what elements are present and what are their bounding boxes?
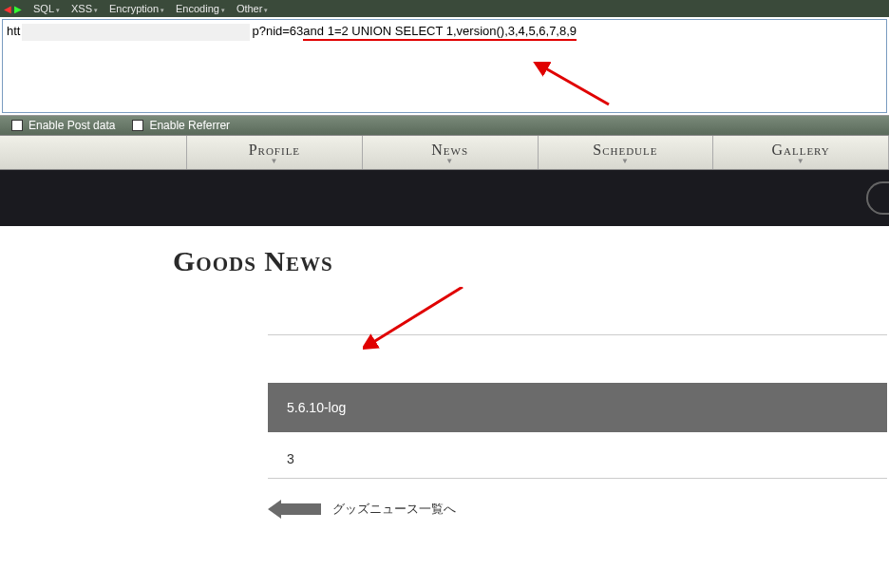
url-redacted: xxxxxxxxxxxxxxxxxxx	[22, 24, 250, 41]
forward-arrow-icon[interactable]: ▶	[14, 4, 22, 14]
hackbar-toolbar: ◀ ▶ SQL XSS Encryption Encoding Other	[0, 0, 889, 17]
url-suffix: p?nid=63	[252, 24, 303, 41]
nav-arrows: ◀ ▶	[4, 4, 22, 14]
options-bar: Enable Post data Enable Referrer	[0, 116, 889, 135]
separator	[268, 334, 887, 335]
tab-label: Gallery	[771, 142, 829, 159]
nav-spacer	[0, 136, 187, 169]
enable-referrer-label: Enable Referrer	[149, 119, 230, 132]
menu-xss[interactable]: XSS	[71, 3, 98, 14]
tab-label: News	[431, 142, 468, 159]
url-injection: and 1=2 UNION SELECT 1,version(),3,4,5,6…	[303, 24, 577, 41]
tab-label: Profile	[249, 142, 300, 159]
back-link-label: グッズニュース一覧へ	[332, 501, 456, 518]
site-nav: Profile ▼ News ▼ Schedule ▼ Gallery ▼	[0, 135, 889, 170]
url-input[interactable]: htt xxxxxxxxxxxxxxxxxxx p?nid=63 and 1=2…	[2, 19, 887, 113]
checkbox-icon	[132, 120, 143, 131]
svg-line-3	[370, 287, 463, 344]
menu-other[interactable]: Other	[236, 3, 269, 14]
page-title: Goods News	[173, 245, 889, 277]
back-link[interactable]: グッズニュース一覧へ	[268, 498, 889, 521]
chevron-down-icon: ▼	[445, 159, 454, 164]
svg-line-1	[542, 66, 609, 104]
tab-profile[interactable]: Profile ▼	[187, 136, 363, 169]
url-text: htt xxxxxxxxxxxxxxxxxxx p?nid=63 and 1=2…	[7, 24, 577, 41]
chevron-down-icon: ▼	[270, 159, 278, 164]
enable-post-label: Enable Post data	[28, 119, 115, 132]
back-arrow-icon	[268, 498, 321, 521]
toolbar-menu: SQL XSS Encryption Encoding Other	[33, 3, 268, 14]
tab-gallery[interactable]: Gallery ▼	[713, 136, 889, 169]
tab-news[interactable]: News ▼	[363, 136, 539, 169]
enable-referrer-checkbox[interactable]: Enable Referrer	[132, 119, 230, 132]
back-arrow-icon[interactable]: ◀	[4, 4, 11, 14]
page-content: Goods News 5.6.10-log 3 グッズニュース一覧へ	[0, 226, 889, 521]
menu-sql[interactable]: SQL	[33, 3, 60, 14]
annotation-arrow-1	[533, 62, 618, 109]
svg-marker-4	[268, 500, 321, 519]
enable-post-checkbox[interactable]: Enable Post data	[11, 119, 115, 132]
result-version: 5.6.10-log	[268, 383, 887, 432]
tab-schedule[interactable]: Schedule ▼	[539, 136, 714, 169]
tab-label: Schedule	[593, 142, 657, 159]
menu-encoding[interactable]: Encoding	[176, 3, 225, 14]
result-row: 3	[268, 440, 887, 479]
url-input-area: htt xxxxxxxxxxxxxxxxxxx p?nid=63 and 1=2…	[0, 17, 889, 116]
banner-curve-decoration	[866, 181, 889, 215]
chevron-down-icon: ▼	[621, 159, 630, 164]
checkbox-icon	[11, 120, 23, 131]
hero-banner	[0, 170, 889, 226]
chevron-down-icon: ▼	[797, 159, 805, 164]
menu-encryption[interactable]: Encryption	[109, 3, 164, 14]
annotation-arrow-2	[363, 287, 467, 353]
url-prefix: htt	[7, 24, 20, 41]
results-block: 5.6.10-log 3 グッズニュース一覧へ	[268, 334, 889, 521]
